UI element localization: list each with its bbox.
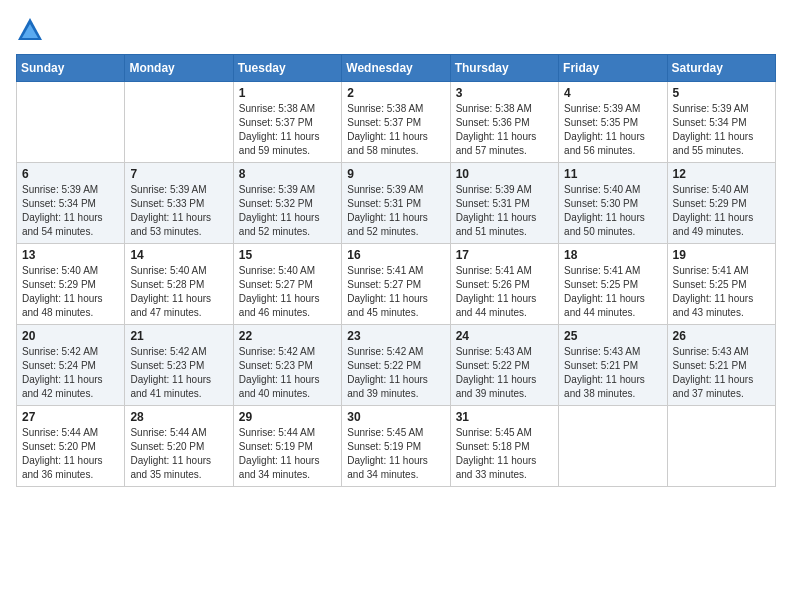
day-cell: 28Sunrise: 5:44 AM Sunset: 5:20 PM Dayli… (125, 406, 233, 487)
day-cell: 14Sunrise: 5:40 AM Sunset: 5:28 PM Dayli… (125, 244, 233, 325)
day-info: Sunrise: 5:44 AM Sunset: 5:20 PM Dayligh… (130, 426, 227, 482)
day-info: Sunrise: 5:41 AM Sunset: 5:26 PM Dayligh… (456, 264, 553, 320)
day-number: 23 (347, 329, 444, 343)
day-number: 22 (239, 329, 336, 343)
day-number: 9 (347, 167, 444, 181)
day-cell (667, 406, 775, 487)
day-cell: 25Sunrise: 5:43 AM Sunset: 5:21 PM Dayli… (559, 325, 667, 406)
header-cell-friday: Friday (559, 55, 667, 82)
day-cell: 19Sunrise: 5:41 AM Sunset: 5:25 PM Dayli… (667, 244, 775, 325)
day-number: 2 (347, 86, 444, 100)
calendar-table: SundayMondayTuesdayWednesdayThursdayFrid… (16, 54, 776, 487)
day-info: Sunrise: 5:42 AM Sunset: 5:23 PM Dayligh… (130, 345, 227, 401)
day-number: 29 (239, 410, 336, 424)
header-cell-wednesday: Wednesday (342, 55, 450, 82)
day-number: 18 (564, 248, 661, 262)
day-cell: 9Sunrise: 5:39 AM Sunset: 5:31 PM Daylig… (342, 163, 450, 244)
day-cell: 27Sunrise: 5:44 AM Sunset: 5:20 PM Dayli… (17, 406, 125, 487)
header-row: SundayMondayTuesdayWednesdayThursdayFrid… (17, 55, 776, 82)
day-cell: 17Sunrise: 5:41 AM Sunset: 5:26 PM Dayli… (450, 244, 558, 325)
day-number: 13 (22, 248, 119, 262)
day-info: Sunrise: 5:41 AM Sunset: 5:27 PM Dayligh… (347, 264, 444, 320)
day-number: 30 (347, 410, 444, 424)
week-row-4: 20Sunrise: 5:42 AM Sunset: 5:24 PM Dayli… (17, 325, 776, 406)
day-cell: 18Sunrise: 5:41 AM Sunset: 5:25 PM Dayli… (559, 244, 667, 325)
day-cell: 11Sunrise: 5:40 AM Sunset: 5:30 PM Dayli… (559, 163, 667, 244)
day-cell: 15Sunrise: 5:40 AM Sunset: 5:27 PM Dayli… (233, 244, 341, 325)
day-info: Sunrise: 5:40 AM Sunset: 5:29 PM Dayligh… (673, 183, 770, 239)
day-cell: 2Sunrise: 5:38 AM Sunset: 5:37 PM Daylig… (342, 82, 450, 163)
day-number: 6 (22, 167, 119, 181)
day-cell: 30Sunrise: 5:45 AM Sunset: 5:19 PM Dayli… (342, 406, 450, 487)
day-info: Sunrise: 5:39 AM Sunset: 5:31 PM Dayligh… (456, 183, 553, 239)
day-number: 21 (130, 329, 227, 343)
day-info: Sunrise: 5:41 AM Sunset: 5:25 PM Dayligh… (673, 264, 770, 320)
day-info: Sunrise: 5:43 AM Sunset: 5:21 PM Dayligh… (673, 345, 770, 401)
header-cell-thursday: Thursday (450, 55, 558, 82)
day-info: Sunrise: 5:44 AM Sunset: 5:19 PM Dayligh… (239, 426, 336, 482)
day-number: 8 (239, 167, 336, 181)
day-cell: 16Sunrise: 5:41 AM Sunset: 5:27 PM Dayli… (342, 244, 450, 325)
day-number: 16 (347, 248, 444, 262)
day-number: 31 (456, 410, 553, 424)
day-cell: 21Sunrise: 5:42 AM Sunset: 5:23 PM Dayli… (125, 325, 233, 406)
day-number: 4 (564, 86, 661, 100)
day-info: Sunrise: 5:40 AM Sunset: 5:29 PM Dayligh… (22, 264, 119, 320)
day-number: 28 (130, 410, 227, 424)
day-number: 26 (673, 329, 770, 343)
day-number: 5 (673, 86, 770, 100)
day-cell: 26Sunrise: 5:43 AM Sunset: 5:21 PM Dayli… (667, 325, 775, 406)
header-cell-saturday: Saturday (667, 55, 775, 82)
day-cell: 4Sunrise: 5:39 AM Sunset: 5:35 PM Daylig… (559, 82, 667, 163)
day-info: Sunrise: 5:39 AM Sunset: 5:35 PM Dayligh… (564, 102, 661, 158)
day-info: Sunrise: 5:42 AM Sunset: 5:23 PM Dayligh… (239, 345, 336, 401)
day-info: Sunrise: 5:42 AM Sunset: 5:24 PM Dayligh… (22, 345, 119, 401)
calendar-body: 1Sunrise: 5:38 AM Sunset: 5:37 PM Daylig… (17, 82, 776, 487)
header-cell-monday: Monday (125, 55, 233, 82)
day-cell: 1Sunrise: 5:38 AM Sunset: 5:37 PM Daylig… (233, 82, 341, 163)
day-info: Sunrise: 5:38 AM Sunset: 5:37 PM Dayligh… (347, 102, 444, 158)
day-number: 12 (673, 167, 770, 181)
day-info: Sunrise: 5:39 AM Sunset: 5:32 PM Dayligh… (239, 183, 336, 239)
week-row-2: 6Sunrise: 5:39 AM Sunset: 5:34 PM Daylig… (17, 163, 776, 244)
day-cell: 3Sunrise: 5:38 AM Sunset: 5:36 PM Daylig… (450, 82, 558, 163)
day-cell (125, 82, 233, 163)
day-number: 15 (239, 248, 336, 262)
logo (16, 16, 48, 44)
day-cell: 29Sunrise: 5:44 AM Sunset: 5:19 PM Dayli… (233, 406, 341, 487)
day-number: 11 (564, 167, 661, 181)
day-number: 17 (456, 248, 553, 262)
day-cell (559, 406, 667, 487)
day-cell: 7Sunrise: 5:39 AM Sunset: 5:33 PM Daylig… (125, 163, 233, 244)
week-row-5: 27Sunrise: 5:44 AM Sunset: 5:20 PM Dayli… (17, 406, 776, 487)
day-cell: 31Sunrise: 5:45 AM Sunset: 5:18 PM Dayli… (450, 406, 558, 487)
day-cell: 5Sunrise: 5:39 AM Sunset: 5:34 PM Daylig… (667, 82, 775, 163)
calendar-header: SundayMondayTuesdayWednesdayThursdayFrid… (17, 55, 776, 82)
day-number: 27 (22, 410, 119, 424)
day-cell: 23Sunrise: 5:42 AM Sunset: 5:22 PM Dayli… (342, 325, 450, 406)
header-cell-sunday: Sunday (17, 55, 125, 82)
day-info: Sunrise: 5:40 AM Sunset: 5:28 PM Dayligh… (130, 264, 227, 320)
day-cell: 24Sunrise: 5:43 AM Sunset: 5:22 PM Dayli… (450, 325, 558, 406)
day-number: 19 (673, 248, 770, 262)
day-info: Sunrise: 5:39 AM Sunset: 5:33 PM Dayligh… (130, 183, 227, 239)
day-info: Sunrise: 5:40 AM Sunset: 5:27 PM Dayligh… (239, 264, 336, 320)
day-number: 20 (22, 329, 119, 343)
day-cell: 20Sunrise: 5:42 AM Sunset: 5:24 PM Dayli… (17, 325, 125, 406)
day-number: 1 (239, 86, 336, 100)
day-cell: 10Sunrise: 5:39 AM Sunset: 5:31 PM Dayli… (450, 163, 558, 244)
day-info: Sunrise: 5:38 AM Sunset: 5:36 PM Dayligh… (456, 102, 553, 158)
day-info: Sunrise: 5:39 AM Sunset: 5:34 PM Dayligh… (673, 102, 770, 158)
logo-icon (16, 16, 44, 44)
day-info: Sunrise: 5:41 AM Sunset: 5:25 PM Dayligh… (564, 264, 661, 320)
day-info: Sunrise: 5:39 AM Sunset: 5:31 PM Dayligh… (347, 183, 444, 239)
day-cell: 22Sunrise: 5:42 AM Sunset: 5:23 PM Dayli… (233, 325, 341, 406)
day-info: Sunrise: 5:45 AM Sunset: 5:18 PM Dayligh… (456, 426, 553, 482)
day-number: 7 (130, 167, 227, 181)
header-cell-tuesday: Tuesday (233, 55, 341, 82)
day-number: 14 (130, 248, 227, 262)
day-cell: 12Sunrise: 5:40 AM Sunset: 5:29 PM Dayli… (667, 163, 775, 244)
day-cell: 8Sunrise: 5:39 AM Sunset: 5:32 PM Daylig… (233, 163, 341, 244)
day-info: Sunrise: 5:40 AM Sunset: 5:30 PM Dayligh… (564, 183, 661, 239)
day-info: Sunrise: 5:44 AM Sunset: 5:20 PM Dayligh… (22, 426, 119, 482)
